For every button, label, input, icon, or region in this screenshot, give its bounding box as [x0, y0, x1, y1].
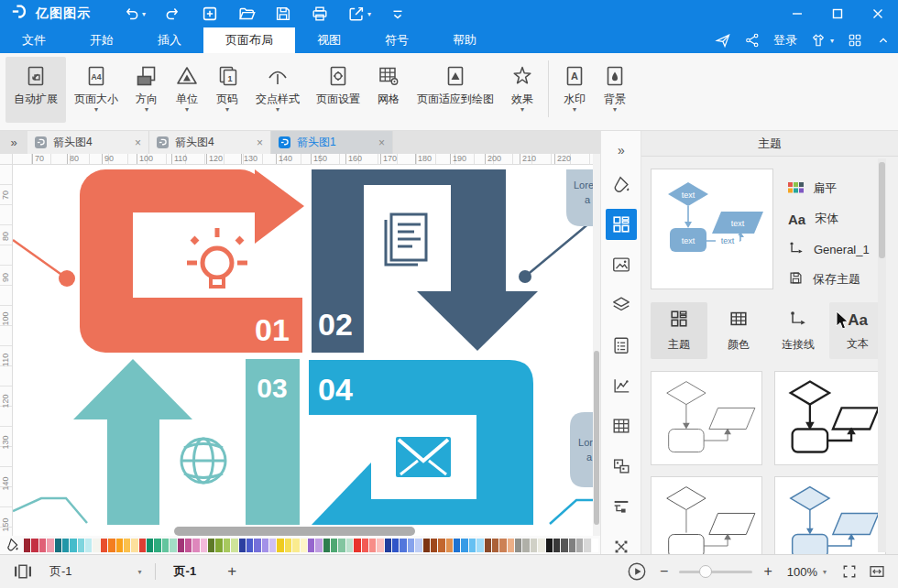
palette-swatch[interactable]: [285, 539, 291, 552]
vertical-scrollbar[interactable]: [593, 154, 600, 536]
panel-expand-icon[interactable]: »: [606, 135, 637, 166]
palette-swatch[interactable]: [338, 539, 345, 552]
close-button[interactable]: [858, 0, 898, 27]
theme-thumbnail-4[interactable]: [774, 476, 886, 554]
palette-swatch[interactable]: [185, 539, 192, 552]
palette-swatch[interactable]: [522, 539, 529, 552]
palette-swatch[interactable]: [377, 539, 383, 552]
palette-swatch[interactable]: [423, 539, 430, 552]
palette-swatch[interactable]: [392, 539, 399, 552]
palette-swatch[interactable]: [469, 539, 476, 552]
blocks-panel-icon[interactable]: [606, 451, 637, 482]
palette-swatch[interactable]: [492, 539, 498, 552]
palette-swatch[interactable]: [239, 539, 246, 552]
notes-panel-icon[interactable]: [606, 330, 637, 361]
undo-button[interactable]: ▾: [115, 2, 153, 26]
palette-swatch[interactable]: [584, 539, 590, 552]
palette-swatch[interactable]: [323, 539, 330, 552]
ribbon-grid-button[interactable]: 网格: [368, 57, 409, 123]
image-panel-icon[interactable]: [606, 249, 637, 280]
palette-swatch[interactable]: [301, 539, 307, 552]
print-button[interactable]: [303, 2, 336, 26]
chart-panel-icon[interactable]: [606, 370, 637, 401]
collapse-toolbar-button[interactable]: [382, 2, 413, 26]
ribbon-watermark-button[interactable]: A 水印▾: [554, 57, 595, 123]
canvas-shape-step2[interactable]: 02: [312, 169, 593, 353]
palette-swatch[interactable]: [538, 539, 544, 552]
tab-list-expand-icon[interactable]: »: [0, 131, 27, 154]
callout-line-3[interactable]: [13, 498, 87, 523]
palette-swatch[interactable]: [508, 539, 514, 552]
palette-swatch[interactable]: [262, 539, 268, 552]
menu-file[interactable]: 文件: [0, 27, 68, 53]
palette-swatch[interactable]: [201, 539, 207, 552]
ribbon-page-number-button[interactable]: 1 页码▾: [207, 57, 247, 123]
layers-panel-icon[interactable]: [606, 289, 637, 321]
palette-swatch[interactable]: [47, 539, 53, 552]
palette-swatch[interactable]: [438, 539, 444, 552]
palette-swatch[interactable]: [70, 539, 76, 552]
maximize-button[interactable]: [817, 0, 858, 27]
fullscreen-button[interactable]: [841, 563, 858, 580]
callout-line-2[interactable]: [525, 218, 593, 277]
palette-swatch[interactable]: [108, 539, 115, 552]
theme-color-option[interactable]: 扁平: [788, 179, 891, 199]
palette-swatch[interactable]: [170, 539, 176, 552]
palette-swatch[interactable]: [408, 539, 414, 552]
panel-tab-connectors[interactable]: 连接线: [770, 302, 827, 359]
table-panel-icon[interactable]: [606, 410, 637, 441]
palette-swatch[interactable]: [292, 539, 299, 552]
tab-close-icon[interactable]: ×: [378, 136, 385, 149]
palette-swatch[interactable]: [116, 539, 123, 552]
palette-swatch[interactable]: [431, 539, 437, 552]
palette-swatch[interactable]: [62, 539, 69, 552]
palette-swatch[interactable]: [31, 539, 38, 552]
fit-width-button[interactable]: [869, 563, 885, 580]
save-button[interactable]: [267, 2, 300, 26]
palette-swatch[interactable]: [131, 539, 137, 552]
palette-swatch[interactable]: [246, 539, 253, 552]
new-document-button[interactable]: [193, 2, 226, 26]
theme-skin-caret[interactable]: ▾: [830, 37, 834, 45]
palette-swatch[interactable]: [531, 539, 537, 552]
page-view-icon[interactable]: [13, 563, 33, 580]
theme-thumbnail-3[interactable]: [651, 476, 762, 554]
palette-swatch[interactable]: [308, 539, 314, 552]
doc-tab-2[interactable]: 箭头图4 ×: [149, 131, 271, 154]
page-selector-value[interactable]: 页-1: [49, 563, 72, 580]
apps-grid-icon[interactable]: [847, 32, 863, 49]
palette-swatch[interactable]: [192, 539, 199, 552]
palette-swatch[interactable]: [269, 539, 276, 552]
ribbon-fit-page-to-drawing-button[interactable]: 页面适应到绘图: [409, 57, 502, 123]
menu-help[interactable]: 帮助: [431, 27, 498, 53]
open-file-button[interactable]: [230, 2, 263, 26]
callout-line-1[interactable]: [13, 240, 67, 278]
ribbon-auto-expand-button[interactable]: 自动扩展: [5, 57, 66, 123]
palette-swatch[interactable]: [24, 539, 30, 552]
ribbon-page-size-button[interactable]: A4 页面大小▾: [66, 57, 126, 123]
callout-box-1[interactable]: Lore a: [566, 169, 593, 226]
login-button[interactable]: 登录: [773, 32, 797, 49]
palette-swatch[interactable]: [354, 539, 360, 552]
theme-font-option[interactable]: Aa 宋体: [788, 209, 891, 229]
presentation-play-button[interactable]: [627, 561, 647, 582]
palette-swatch[interactable]: [569, 539, 575, 552]
tab-close-icon[interactable]: ×: [257, 136, 263, 149]
redo-button[interactable]: [157, 2, 190, 26]
palette-swatch[interactable]: [592, 539, 598, 552]
menu-page-layout[interactable]: 页面布局: [203, 27, 295, 53]
theme-connector-option[interactable]: General_1: [788, 239, 891, 259]
outline-panel-icon[interactable]: [606, 491, 637, 522]
palette-swatch[interactable]: [124, 539, 130, 552]
ribbon-intersection-style-button[interactable]: 交点样式▾: [247, 57, 308, 123]
zoom-level-caret[interactable]: ▾: [823, 568, 827, 576]
palette-swatch[interactable]: [400, 539, 406, 552]
ribbon-effects-button[interactable]: 效果▾: [502, 57, 542, 123]
menu-insert[interactable]: 插入: [136, 27, 203, 53]
doc-tab-3-active[interactable]: 箭头图1 ×: [271, 131, 393, 154]
palette-swatch[interactable]: [362, 539, 368, 552]
theme-thumbnail-2[interactable]: [774, 371, 886, 465]
palette-swatch[interactable]: [39, 539, 46, 552]
palette-swatch[interactable]: [154, 539, 160, 552]
palette-swatch[interactable]: [446, 539, 453, 552]
